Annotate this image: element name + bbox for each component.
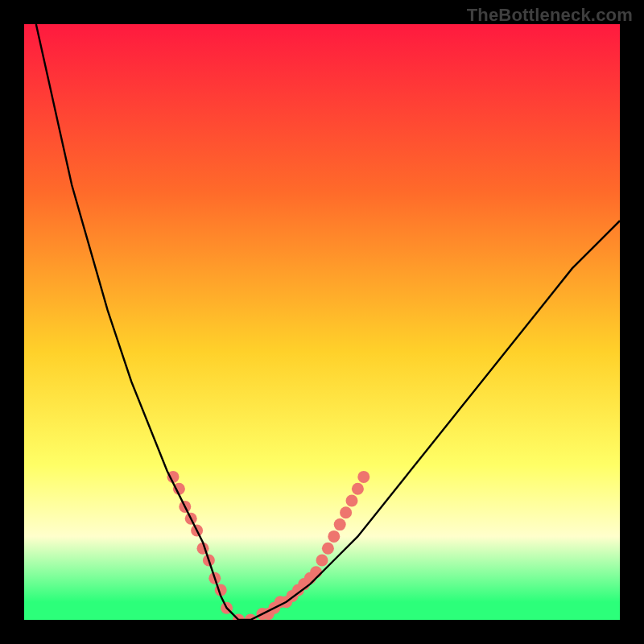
data-marker [316,555,328,567]
data-marker [352,483,364,495]
data-marker [346,495,358,507]
watermark-text: TheBottleneck.com [467,5,633,26]
data-marker [328,530,340,543]
data-marker [340,506,352,518]
data-marker [334,518,346,530]
data-marker [310,566,322,578]
chart-frame: TheBottleneck.com [0,0,644,644]
data-marker [322,543,334,555]
bottleneck-chart [24,24,620,620]
data-marker [357,471,369,483]
